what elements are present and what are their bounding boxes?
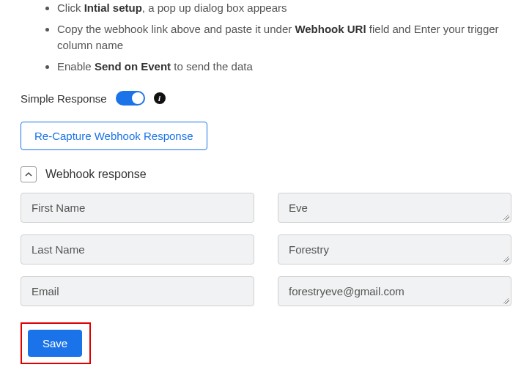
info-icon[interactable]: i: [154, 92, 166, 104]
field-label-email[interactable]: Email: [21, 276, 254, 306]
simple-response-label: Simple Response: [21, 92, 107, 105]
field-label-first-name[interactable]: First Name: [21, 193, 254, 223]
simple-response-row: Simple Response i: [21, 91, 511, 106]
collapse-toggle[interactable]: [21, 166, 37, 182]
simple-response-toggle[interactable]: [116, 91, 145, 106]
field-value-first-name[interactable]: Eve: [278, 193, 511, 223]
section-title: Webhook response: [45, 168, 147, 181]
save-button[interactable]: Save: [28, 330, 82, 357]
field-value-email[interactable]: forestryeve@gmail.com: [278, 276, 511, 306]
chevron-up-icon: [25, 171, 32, 178]
instruction-item: Copy the webhook link above and paste it…: [57, 21, 511, 54]
recapture-webhook-button[interactable]: Re-Capture Webhook Response: [21, 122, 207, 150]
field-value-last-name[interactable]: Forestry: [278, 234, 511, 265]
toggle-knob: [132, 92, 144, 104]
webhook-response-header: Webhook response: [21, 166, 511, 182]
webhook-fields-grid: First Name Eve Last Name Forestry Email …: [21, 193, 511, 306]
instructions-list: Click Intial setup, a pop up dialog box …: [57, 0, 511, 75]
instruction-item: Click Intial setup, a pop up dialog box …: [57, 0, 511, 17]
instruction-item: Enable Send on Event to send the data: [57, 59, 511, 75]
save-highlight-box: Save: [21, 322, 91, 364]
field-label-last-name[interactable]: Last Name: [21, 234, 254, 265]
